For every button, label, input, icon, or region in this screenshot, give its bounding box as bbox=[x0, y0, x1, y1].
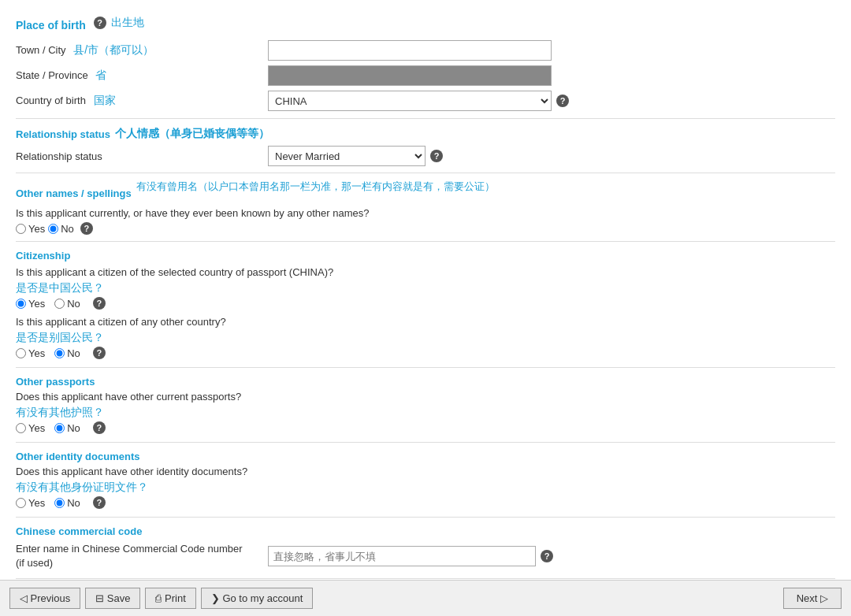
other-identity-no-label[interactable]: No bbox=[54, 497, 80, 509]
other-identity-help-icon[interactable]: ? bbox=[93, 496, 106, 509]
other-passports-heading: Other passports bbox=[16, 376, 835, 388]
citizenship-q2-yes-label[interactable]: Yes bbox=[16, 347, 45, 359]
place-of-birth-help-icon[interactable]: ? bbox=[94, 17, 106, 29]
town-city-row: Town / City 县/市（都可以） bbox=[16, 39, 835, 61]
place-of-birth-heading-en: Place of birth bbox=[16, 19, 86, 32]
citizenship-q1-en: Is this applicant a citizen of the selec… bbox=[16, 266, 693, 278]
other-names-radio-group: Yes No ? bbox=[16, 222, 835, 235]
other-names-no-radio[interactable] bbox=[48, 224, 58, 234]
other-identity-yes-label[interactable]: Yes bbox=[16, 497, 45, 509]
citizenship-q1-no-radio[interactable] bbox=[54, 299, 65, 309]
other-passports-section: Other passports Does this applicant have… bbox=[16, 376, 835, 434]
citizenship-q2-no-label[interactable]: No bbox=[54, 347, 80, 359]
country-of-birth-help-icon[interactable]: ? bbox=[556, 95, 569, 107]
country-of-birth-row: Country of birth 国家 CHINA AUSTRALIA UNIT… bbox=[16, 90, 835, 112]
citizenship-q1-yes-label[interactable]: Yes bbox=[16, 298, 45, 310]
other-passports-no-radio[interactable] bbox=[54, 423, 65, 433]
relationship-status-help-icon[interactable]: ? bbox=[430, 150, 443, 162]
citizenship-q2-radio-group: Yes No ? bbox=[16, 347, 835, 359]
other-passports-no-label[interactable]: No bbox=[54, 422, 80, 434]
save-button[interactable]: ⊟ Save bbox=[85, 588, 140, 609]
next-button[interactable]: Next ▷ bbox=[783, 588, 842, 609]
chinese-commercial-code-section: Chinese commercial code Enter name in Ch… bbox=[16, 525, 835, 570]
citizenship-q1-cn: 是否是中国公民？ bbox=[16, 281, 835, 295]
other-passports-question-en: Does this applicant have other current p… bbox=[16, 391, 693, 403]
footer-bar: ◁ Previous ⊟ Save ⎙ Print ❯ Go to my acc… bbox=[0, 580, 851, 616]
town-city-input[interactable] bbox=[268, 40, 552, 61]
relationship-status-row: Relationship status Never Married Marrie… bbox=[16, 146, 835, 166]
state-province-row: State / Province 省 bbox=[16, 65, 835, 87]
town-city-label: Town / City 县/市（都可以） bbox=[16, 43, 268, 58]
other-names-yes-radio[interactable] bbox=[16, 224, 26, 234]
other-names-heading-en: Other names / spellings bbox=[16, 187, 132, 199]
citizenship-q1-yes-radio[interactable] bbox=[16, 299, 26, 309]
other-identity-question-en: Does this applicant have other identity … bbox=[16, 466, 693, 477]
relationship-status-label: Relationship status bbox=[16, 150, 268, 162]
other-identity-no-radio[interactable] bbox=[54, 498, 65, 508]
country-of-birth-label: Country of birth 国家 bbox=[16, 94, 268, 108]
other-names-section: Other names / spellings 有没有曾用名（以户口本曾用名那一… bbox=[16, 180, 835, 235]
other-identity-heading: Other identity documents bbox=[16, 451, 835, 462]
citizenship-q2-yes-radio[interactable] bbox=[16, 348, 26, 358]
other-names-heading-cn: 有没有曾用名（以户口本曾用名那一栏为准，那一栏有内容就是有，需要公证） bbox=[136, 180, 835, 194]
relationship-status-select[interactable]: Never Married Married Widowed Divorced bbox=[268, 146, 426, 166]
state-province-input[interactable] bbox=[268, 65, 552, 86]
citizenship-q1-help-icon[interactable]: ? bbox=[93, 297, 106, 310]
chinese-commercial-code-heading: Chinese commercial code bbox=[16, 525, 835, 537]
other-passports-question-cn: 有没有其他护照？ bbox=[16, 406, 835, 420]
chinese-commercial-code-row: Enter name in Chinese Commercial Code nu… bbox=[16, 542, 835, 570]
print-button[interactable]: ⎙ Print bbox=[145, 588, 195, 609]
other-names-help-icon[interactable]: ? bbox=[80, 222, 93, 235]
state-province-label: State / Province 省 bbox=[16, 69, 268, 83]
other-passports-yes-radio[interactable] bbox=[16, 423, 26, 433]
other-identity-section: Other identity documents Does this appli… bbox=[16, 451, 835, 509]
place-of-birth-heading-cn: 出生地 bbox=[111, 16, 144, 30]
other-names-question: Is this applicant currently, or have the… bbox=[16, 207, 693, 219]
citizenship-q2-en: Is this applicant a citizen of any other… bbox=[16, 316, 693, 328]
citizenship-q2-cn: 是否是别国公民？ bbox=[16, 331, 835, 345]
previous-button[interactable]: ◁ Previous bbox=[9, 588, 80, 609]
go-to-account-button[interactable]: ❯ Go to my account bbox=[201, 588, 314, 609]
other-passports-help-icon[interactable]: ? bbox=[93, 421, 106, 434]
relationship-status-section-heading: Relationship status 个人情感（单身已婚丧偶等等） bbox=[16, 127, 835, 141]
other-names-heading-row: Other names / spellings 有没有曾用名（以户口本曾用名那一… bbox=[16, 180, 835, 202]
citizenship-section: Citizenship Is this applicant a citizen … bbox=[16, 250, 835, 359]
other-identity-question-cn: 有没有其他身份证明文件？ bbox=[16, 481, 835, 495]
country-of-birth-select[interactable]: CHINA AUSTRALIA UNITED STATES bbox=[268, 91, 552, 111]
citizenship-q2-help-icon[interactable]: ? bbox=[93, 347, 106, 359]
citizenship-q1-no-label[interactable]: No bbox=[54, 298, 80, 310]
chinese-commercial-code-input[interactable] bbox=[268, 546, 536, 566]
other-passports-radio-group: Yes No ? bbox=[16, 421, 835, 434]
other-identity-radio-group: Yes No ? bbox=[16, 496, 835, 509]
other-identity-yes-radio[interactable] bbox=[16, 498, 26, 508]
other-names-no-label[interactable]: No bbox=[48, 223, 74, 235]
main-content: Place of birth ? 出生地 Town / City 县/市（都可以… bbox=[0, 0, 851, 616]
other-names-yes-label[interactable]: Yes bbox=[16, 223, 45, 235]
citizenship-heading: Citizenship bbox=[16, 250, 835, 262]
citizenship-q1-radio-group: Yes No ? bbox=[16, 297, 835, 310]
chinese-commercial-code-help-icon[interactable]: ? bbox=[541, 550, 553, 562]
chinese-commercial-code-label: Enter name in Chinese Commercial Code nu… bbox=[16, 542, 268, 570]
place-of-birth-section: Place of birth ? 出生地 bbox=[16, 11, 835, 35]
other-passports-yes-label[interactable]: Yes bbox=[16, 422, 45, 434]
citizenship-q2-no-radio[interactable] bbox=[54, 348, 65, 358]
